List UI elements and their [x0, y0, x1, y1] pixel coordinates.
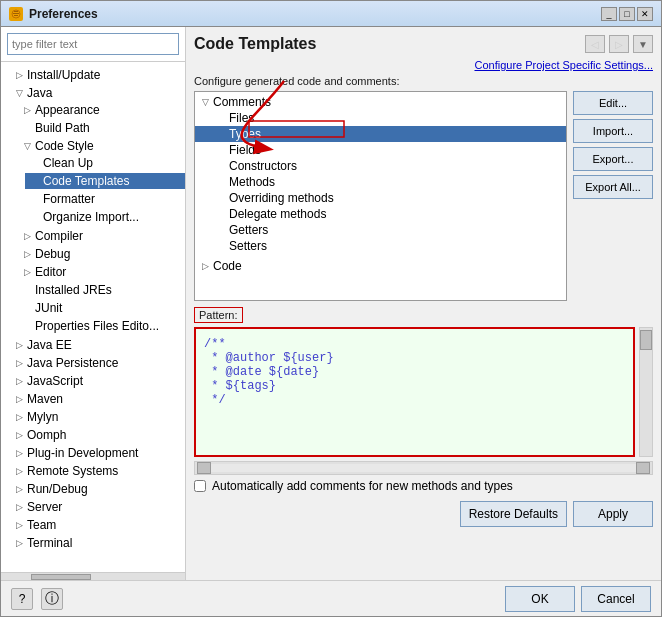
tree-row-codestyle[interactable]: ▽ Code Style	[17, 138, 185, 154]
list-item[interactable]: Properties Files Edito...	[1, 317, 185, 335]
tree-row-debug[interactable]: ▷ Debug	[17, 246, 185, 262]
templates-tree[interactable]: ▽ Comments Files Types	[194, 91, 567, 301]
filter-input[interactable]	[7, 33, 179, 55]
tree-row-installedjres[interactable]: Installed JREs	[17, 282, 185, 298]
list-item[interactable]: ▷ Plug-in Development	[1, 444, 185, 462]
tree-row-java[interactable]: ▽ Java	[9, 85, 185, 101]
ok-button[interactable]: OK	[505, 586, 575, 612]
tmpl-row-methods[interactable]: Methods	[195, 174, 566, 190]
scrollbar-right-btn[interactable]	[636, 462, 650, 474]
tree-row-plugindev[interactable]: ▷ Plug-in Development	[9, 445, 185, 461]
list-item[interactable]: ▷ Editor	[1, 263, 185, 281]
tree-row-cleanup[interactable]: Clean Up	[25, 155, 185, 171]
list-item[interactable]: JUnit	[1, 299, 185, 317]
list-item[interactable]: ▷ Java Persistence	[1, 354, 185, 372]
restore-defaults-button[interactable]: Restore Defaults	[460, 501, 567, 527]
list-item[interactable]: Build Path	[1, 119, 185, 137]
list-item[interactable]: ▷ Compiler	[1, 227, 185, 245]
tree-row-terminal[interactable]: ▷ Terminal	[9, 535, 185, 551]
tree-row-maven[interactable]: ▷ Maven	[9, 391, 185, 407]
tree-row-compiler[interactable]: ▷ Compiler	[17, 228, 185, 244]
nav-forward-button[interactable]: ▷	[609, 35, 629, 53]
auto-comment-checkbox[interactable]	[194, 480, 206, 492]
list-item[interactable]: Organize Import...	[1, 208, 185, 226]
scrollbar-thumb[interactable]	[640, 330, 652, 350]
list-item[interactable]: ▷ Remote Systems	[1, 462, 185, 480]
tree-label: Plug-in Development	[27, 446, 138, 460]
tmpl-row-getters[interactable]: Getters	[195, 222, 566, 238]
horizontal-scrollbar[interactable]	[1, 572, 185, 580]
tmpl-row-delegate[interactable]: Delegate methods	[195, 206, 566, 222]
close-button[interactable]: ✕	[637, 7, 653, 21]
tree-row-server[interactable]: ▷ Server	[9, 499, 185, 515]
minimize-button[interactable]: _	[601, 7, 617, 21]
export-button[interactable]: Export...	[573, 147, 653, 171]
list-item[interactable]: ▷ Install/Update	[1, 66, 185, 84]
tree-row-javaee[interactable]: ▷ Java EE	[9, 337, 185, 353]
tree-row-buildpath[interactable]: Build Path	[17, 120, 185, 136]
tree-row-javapersistence[interactable]: ▷ Java Persistence	[9, 355, 185, 371]
expand-icon: ▷	[199, 260, 211, 272]
tmpl-row-files[interactable]: Files	[195, 110, 566, 126]
expand-icon	[215, 144, 227, 156]
list-item[interactable]: ▽ Java ▷ Appearance Build Path	[1, 84, 185, 336]
tree-label: Maven	[27, 392, 63, 406]
cancel-button[interactable]: Cancel	[581, 586, 651, 612]
tree-row-rundebug[interactable]: ▷ Run/Debug	[9, 481, 185, 497]
pattern-area[interactable]: /** * @author ${user} * @date ${date} * …	[194, 327, 635, 457]
tree-container[interactable]: ▷ Install/Update ▽ Java ▷ Appearance	[1, 62, 185, 572]
tree-row-editor[interactable]: ▷ Editor	[17, 264, 185, 280]
export-all-button[interactable]: Export All...	[573, 175, 653, 199]
tmpl-row-constructors[interactable]: Constructors	[195, 158, 566, 174]
list-item[interactable]: ▷ Oomph	[1, 426, 185, 444]
tree-row-oomph[interactable]: ▷ Oomph	[9, 427, 185, 443]
list-item[interactable]: ▷ Java EE	[1, 336, 185, 354]
tree-label: Mylyn	[27, 410, 58, 424]
list-item[interactable]: ▽ Code Style Clean Up	[1, 137, 185, 227]
tree-row-formatter[interactable]: Formatter	[25, 191, 185, 207]
pattern-scrollbar[interactable]	[639, 327, 653, 457]
nav-menu-button[interactable]: ▼	[633, 35, 653, 53]
list-item[interactable]: Code Templates	[1, 172, 185, 190]
list-item[interactable]: ▷ Server	[1, 498, 185, 516]
list-item[interactable]: ▷ JavaScript	[1, 372, 185, 390]
tmpl-row-fields[interactable]: Fields	[195, 142, 566, 158]
tmpl-row-setters[interactable]: Setters	[195, 238, 566, 254]
tmpl-row-comments[interactable]: ▽ Comments	[195, 94, 566, 110]
list-item[interactable]: ▷ Terminal	[1, 534, 185, 552]
tree-row-mylyn[interactable]: ▷ Mylyn	[9, 409, 185, 425]
list-item[interactable]: ▷ Maven	[1, 390, 185, 408]
tmpl-row-code[interactable]: ▷ Code	[195, 258, 566, 274]
tree-row-team[interactable]: ▷ Team	[9, 517, 185, 533]
list-item[interactable]: ▷ Debug	[1, 245, 185, 263]
tree-row-codetemplates[interactable]: Code Templates	[25, 173, 185, 189]
tree-row-junit[interactable]: JUnit	[17, 300, 185, 316]
list-item[interactable]: Installed JREs	[1, 281, 185, 299]
scrollbar-thumb[interactable]	[31, 574, 91, 580]
list-item[interactable]: ▷ Mylyn	[1, 408, 185, 426]
scrollbar-track[interactable]	[211, 464, 636, 472]
tree-row-appearance[interactable]: ▷ Appearance	[17, 102, 185, 118]
list-item[interactable]: Formatter	[1, 190, 185, 208]
tree-row-propsfiles[interactable]: Properties Files Edito...	[17, 318, 185, 334]
tmpl-row-overriding[interactable]: Overriding methods	[195, 190, 566, 206]
tree-row-remotesystems[interactable]: ▷ Remote Systems	[9, 463, 185, 479]
edit-button[interactable]: Edit...	[573, 91, 653, 115]
pattern-hscrollbar[interactable]	[194, 461, 653, 475]
list-item[interactable]: Clean Up	[1, 154, 185, 172]
maximize-button[interactable]: □	[619, 7, 635, 21]
help-button[interactable]: ?	[11, 588, 33, 610]
list-item[interactable]: ▷ Team	[1, 516, 185, 534]
list-item[interactable]: ▷ Appearance	[1, 101, 185, 119]
import-button[interactable]: Import...	[573, 119, 653, 143]
list-item[interactable]: ▷ Run/Debug	[1, 480, 185, 498]
tmpl-row-types[interactable]: Types	[195, 126, 566, 142]
apply-button[interactable]: Apply	[573, 501, 653, 527]
tree-row-install[interactable]: ▷ Install/Update	[9, 67, 185, 83]
tree-row-organizeimports[interactable]: Organize Import...	[25, 209, 185, 225]
info-button[interactable]: ⓘ	[41, 588, 63, 610]
scrollbar-left-btn[interactable]	[197, 462, 211, 474]
nav-back-button[interactable]: ◁	[585, 35, 605, 53]
configure-project-link[interactable]: Configure Project Specific Settings...	[194, 59, 653, 71]
tree-row-javascript[interactable]: ▷ JavaScript	[9, 373, 185, 389]
